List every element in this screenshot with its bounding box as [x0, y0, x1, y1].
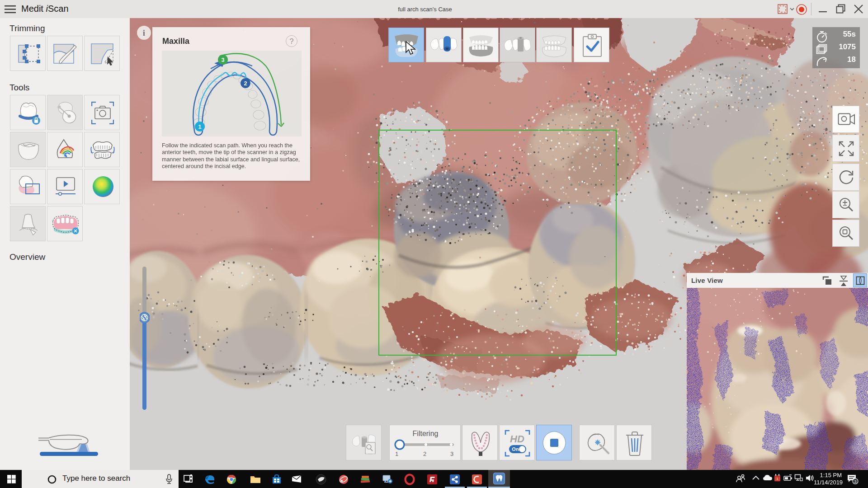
svg-text:On: On	[512, 446, 519, 452]
svg-text:3: 3	[854, 479, 856, 484]
svg-text:3: 3	[221, 56, 224, 63]
svg-text:1: 1	[776, 477, 778, 481]
svg-text:HD: HD	[510, 433, 524, 445]
svg-text:2: 2	[244, 80, 247, 87]
svg-text:1: 1	[198, 123, 201, 130]
